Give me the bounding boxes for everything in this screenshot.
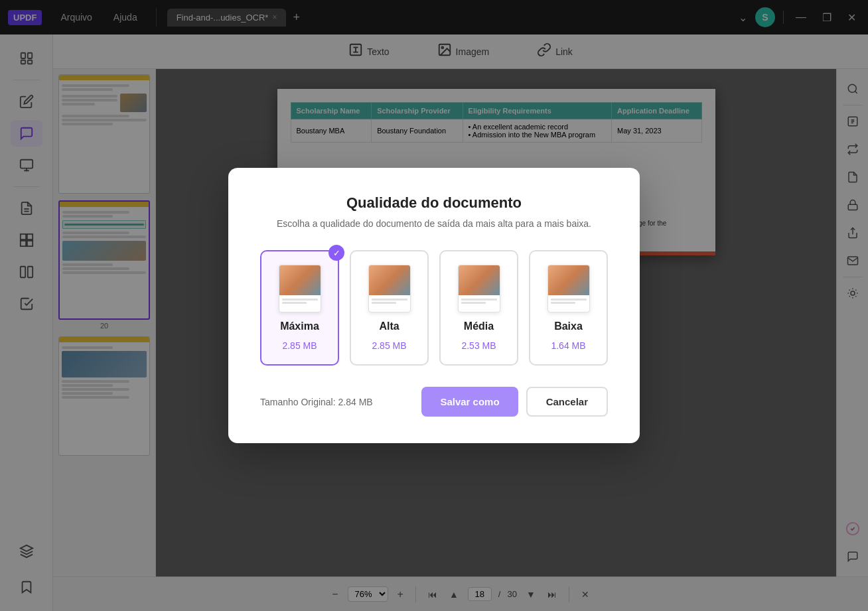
quality-name-maxima: Máxima <box>280 320 319 332</box>
modal-footer: Tamanho Original: 2.84 MB Salvar como Ca… <box>260 387 608 417</box>
save-button[interactable]: Salvar como <box>421 387 518 417</box>
original-size-label: Tamanho Original: 2.84 MB <box>260 397 373 407</box>
modal-subtitle: Escolha a qualidade do documento de saíd… <box>260 218 608 229</box>
quality-modal: Qualidade do documento Escolha a qualida… <box>228 168 640 443</box>
quality-thumb-alta <box>368 265 411 312</box>
modal-overlay[interactable]: Qualidade do documento Escolha a qualida… <box>0 0 868 611</box>
modal-title: Qualidade do documento <box>260 194 608 212</box>
quality-size-alta: 2.85 MB <box>372 340 406 351</box>
quality-thumb-media <box>458 265 500 312</box>
quality-baixa[interactable]: Baixa 1.64 MB <box>529 250 608 366</box>
modal-buttons: Salvar como Cancelar <box>421 387 608 417</box>
quality-name-alta: Alta <box>379 320 399 332</box>
quality-media[interactable]: Média 2.53 MB <box>439 250 518 366</box>
quality-name-media: Média <box>464 320 494 332</box>
selected-check: ✓ <box>328 245 344 261</box>
quality-maxima[interactable]: ✓ Máxima 2.85 MB <box>260 250 339 366</box>
quality-thumb-maxima <box>279 265 321 312</box>
quality-size-media: 2.53 MB <box>461 340 496 351</box>
cancel-button[interactable]: Cancelar <box>526 387 608 417</box>
quality-options: ✓ Máxima 2.85 MB <box>260 250 608 366</box>
quality-size-maxima: 2.85 MB <box>282 340 317 351</box>
quality-name-baixa: Baixa <box>554 320 583 332</box>
quality-size-baixa: 1.64 MB <box>551 340 585 351</box>
quality-thumb-baixa <box>547 265 590 312</box>
quality-alta[interactable]: Alta 2.85 MB <box>350 250 429 366</box>
